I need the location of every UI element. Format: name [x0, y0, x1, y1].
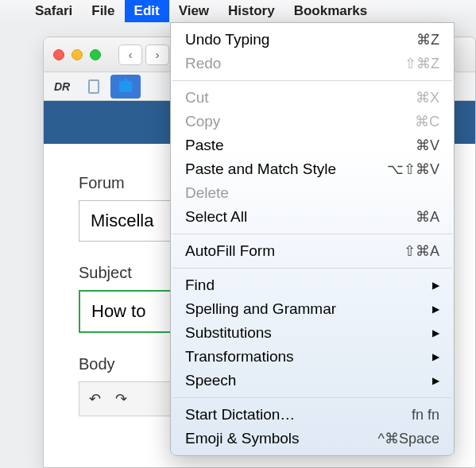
- menu-item-label: Copy: [185, 113, 220, 130]
- nav-buttons: ‹ ›: [118, 44, 169, 65]
- menu-item-label: Emoji & Symbols: [185, 430, 300, 447]
- menu-item-shortcut: ⇧⌘A: [404, 242, 439, 260]
- menubar-view[interactable]: View: [169, 0, 219, 22]
- zoom-button[interactable]: [90, 49, 101, 60]
- menu-item-shortcut: ⌥⇧⌘V: [387, 161, 439, 178]
- menu-item-find[interactable]: Find▶: [171, 273, 454, 297]
- gift-icon: [119, 81, 132, 92]
- menu-item-autofill-form[interactable]: AutoFill Form⇧⌘A: [171, 239, 454, 263]
- bookmark-2[interactable]: [79, 75, 109, 99]
- menu-item-shortcut: ⌘V: [416, 137, 439, 154]
- menu-item-label: Find: [185, 277, 215, 294]
- menubar-history[interactable]: History: [219, 0, 284, 22]
- menu-item-shortcut: ^⌘Space: [378, 430, 439, 447]
- menu-separator: [172, 268, 452, 269]
- menu-item-label: Paste: [185, 137, 224, 154]
- redo-icon[interactable]: ↷: [115, 390, 127, 408]
- traffic-lights: [53, 49, 101, 60]
- menu-item-shortcut: ⌘A: [416, 208, 439, 226]
- menu-item-label: Substitutions: [185, 324, 272, 342]
- menu-item-label: Transformations: [185, 348, 294, 366]
- menu-item-shortcut: ⌘Z: [416, 31, 439, 48]
- close-button[interactable]: [53, 49, 64, 60]
- submenu-arrow-icon: ▶: [432, 304, 439, 315]
- menu-item-select-all[interactable]: Select All⌘A: [171, 205, 454, 229]
- menu-item-redo: Redo⇧⌘Z: [171, 52, 454, 75]
- menu-item-cut: Cut⌘X: [171, 86, 454, 110]
- menu-item-label: Spelling and Grammar: [185, 300, 336, 318]
- menu-item-shortcut: ⇧⌘Z: [404, 55, 439, 72]
- menu-item-copy: Copy⌘C: [171, 110, 454, 133]
- menu-item-speech[interactable]: Speech▶: [171, 369, 454, 393]
- menu-item-label: Cut: [185, 89, 209, 106]
- menu-item-start-dictation[interactable]: Start Dictation…fn fn: [171, 403, 454, 427]
- minimize-button[interactable]: [72, 49, 83, 60]
- menu-item-label: Select All: [185, 208, 247, 226]
- back-button[interactable]: ‹: [118, 44, 142, 65]
- menu-item-label: Delete: [185, 184, 229, 202]
- menu-item-label: Speech: [185, 372, 236, 389]
- undo-icon[interactable]: ↶: [89, 390, 101, 408]
- menu-item-undo-typing[interactable]: Undo Typing⌘Z: [171, 28, 454, 52]
- submenu-arrow-icon: ▶: [432, 351, 439, 362]
- menu-item-label: Undo Typing: [185, 31, 269, 48]
- menubar-app-name[interactable]: Safari: [25, 0, 82, 22]
- menu-item-paste[interactable]: Paste⌘V: [171, 133, 454, 157]
- menu-item-substitutions[interactable]: Substitutions▶: [171, 321, 454, 345]
- menu-item-label: AutoFill Form: [185, 242, 275, 260]
- menu-item-shortcut: fn fn: [412, 407, 439, 424]
- menu-separator: [172, 80, 452, 81]
- menu-separator: [172, 397, 452, 398]
- menu-item-spelling-and-grammar[interactable]: Spelling and Grammar▶: [171, 297, 454, 321]
- menu-item-paste-and-match-style[interactable]: Paste and Match Style⌥⇧⌘V: [171, 157, 454, 181]
- bookmark-dr-label: DR: [54, 80, 70, 93]
- forward-button[interactable]: ›: [145, 44, 169, 65]
- menubar-edit[interactable]: Edit: [125, 0, 169, 22]
- bookmark-dr[interactable]: DR: [47, 75, 77, 99]
- menu-item-emoji-symbols[interactable]: Emoji & Symbols^⌘Space: [171, 427, 454, 451]
- menu-separator: [172, 234, 452, 234]
- menu-item-shortcut: ⌘C: [415, 113, 439, 130]
- menubar-bookmarks[interactable]: Bookmarks: [284, 0, 377, 22]
- submenu-arrow-icon: ▶: [432, 280, 439, 291]
- menubar-file[interactable]: File: [82, 0, 124, 22]
- menu-item-delete: Delete: [171, 181, 454, 205]
- bookmark-3[interactable]: [110, 75, 141, 99]
- menu-item-transformations[interactable]: Transformations▶: [171, 345, 454, 369]
- menu-item-label: Redo: [185, 55, 221, 72]
- bookmark-2-icon: [88, 79, 99, 94]
- edit-menu-dropdown: Undo Typing⌘ZRedo⇧⌘ZCut⌘XCopy⌘CPaste⌘VPa…: [170, 22, 455, 456]
- menu-item-shortcut: ⌘X: [416, 89, 439, 106]
- submenu-arrow-icon: ▶: [432, 375, 439, 386]
- submenu-arrow-icon: ▶: [432, 327, 439, 338]
- menu-item-label: Start Dictation…: [185, 406, 295, 424]
- menu-item-label: Paste and Match Style: [185, 161, 336, 178]
- menubar: Safari File Edit View History Bookmarks: [0, 0, 476, 22]
